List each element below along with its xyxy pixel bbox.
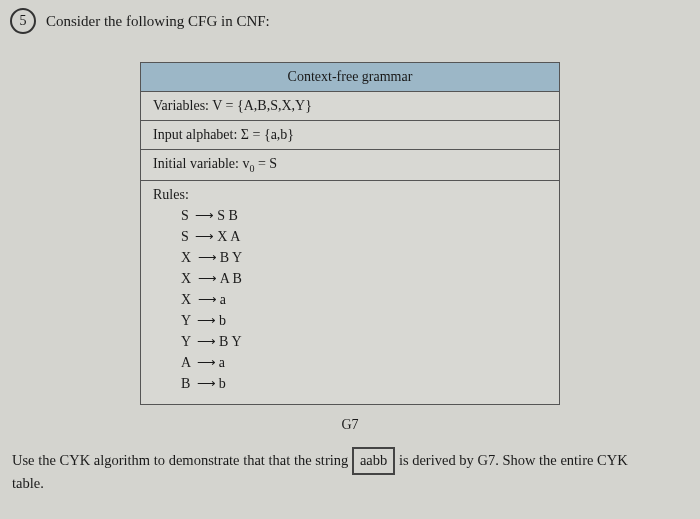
rules-label: Rules: — [153, 187, 547, 203]
rule-line: S ⟶X A — [153, 226, 547, 247]
rules-list: S ⟶S BS ⟶X AX ⟶B YX ⟶A BX ⟶aY ⟶bY ⟶B YA … — [153, 205, 547, 394]
question-number-circle: 5 — [10, 8, 36, 34]
rule-line: Y ⟶B Y — [153, 331, 547, 352]
instruction-suffix: is derived by G7. Show the entire CYK — [399, 452, 628, 468]
rule-line: X ⟶a — [153, 289, 547, 310]
rules-cell: Rules: S ⟶S BS ⟶X AX ⟶B YX ⟶A BX ⟶aY ⟶bY… — [141, 180, 560, 404]
question-header: 5 Consider the following CFG in CNF: — [0, 8, 700, 34]
instruction-line2: table. — [0, 475, 700, 492]
initial-suffix: = S — [254, 156, 277, 171]
grammar-table: Context-free grammar Variables: V = {A,B… — [140, 62, 560, 405]
rule-line: S ⟶S B — [153, 205, 547, 226]
initial-prefix: Initial variable: v — [153, 156, 249, 171]
initial-variable-row: Initial variable: v0 = S — [141, 150, 560, 181]
instruction-text: Use the CYK algorithm to demonstrate tha… — [0, 447, 700, 475]
instruction-boxed-string: aabb — [352, 447, 395, 475]
rule-line: X ⟶A B — [153, 268, 547, 289]
question-prompt: Consider the following CFG in CNF: — [46, 13, 270, 30]
variables-row: Variables: V = {A,B,S,X,Y} — [141, 92, 560, 121]
grammar-header: Context-free grammar — [141, 63, 560, 92]
rule-line: B ⟶b — [153, 373, 547, 394]
question-number: 5 — [20, 13, 27, 29]
alphabet-row: Input alphabet: Σ = {a,b} — [141, 121, 560, 150]
instruction-prefix: Use the CYK algorithm to demonstrate tha… — [12, 452, 352, 468]
rule-line: Y ⟶b — [153, 310, 547, 331]
rule-line: X ⟶B Y — [153, 247, 547, 268]
grammar-caption: G7 — [0, 417, 700, 433]
rule-line: A ⟶a — [153, 352, 547, 373]
